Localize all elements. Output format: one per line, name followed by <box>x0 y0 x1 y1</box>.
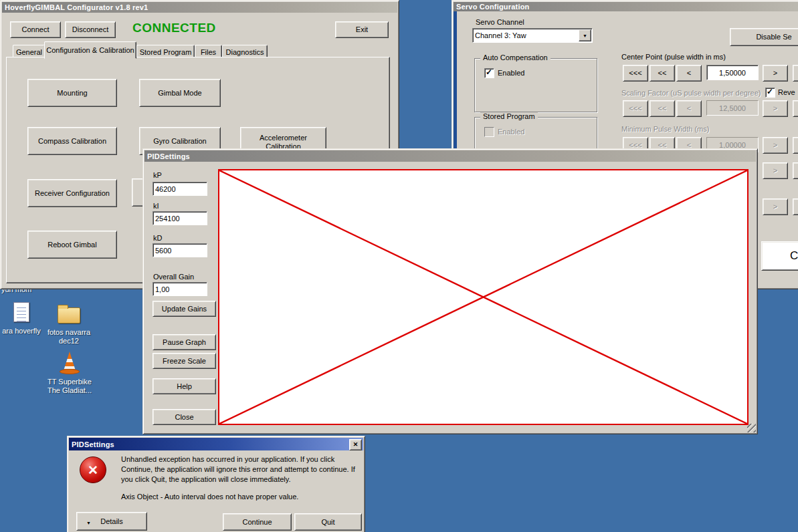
update-gains-button[interactable]: Update Gains <box>153 301 216 317</box>
stored-program-enabled-checkbox <box>484 127 494 137</box>
min-pulse-inc2-button-partial <box>793 137 798 154</box>
min-pulse-inc1-button: > <box>763 137 788 154</box>
tab-configuration-calibration[interactable]: Configuration & Calibration <box>44 41 136 59</box>
servo-channel-value: Channel 3: Yaw <box>475 31 526 39</box>
error-detail: Axis Object - Auto interval does not hav… <box>121 493 363 501</box>
vlc-cone-icon <box>60 352 80 374</box>
exit-button[interactable]: Exit <box>335 21 389 38</box>
error-icon <box>80 456 106 483</box>
overall-gain-input[interactable] <box>153 282 207 296</box>
reboot-gimbal-button[interactable]: Reboot Gimbal <box>27 231 117 259</box>
servo-channel-select[interactable]: Channel 3: Yaw <box>472 28 593 43</box>
error-message: Unhandled exception has occurred in your… <box>121 454 363 485</box>
desktop: { "colors": {"desktop":"#3E6FA6","status… <box>0 0 798 532</box>
freeze-scale-button[interactable]: Freeze Scale <box>153 353 216 369</box>
scaling-factor-dec3-button: <<< <box>623 100 648 117</box>
center-point-dec2-button[interactable]: << <box>650 65 675 82</box>
desktop-icon-label: fotos navarra dec12 <box>43 328 95 346</box>
scaling-factor-inc2-button-partial <box>793 100 798 117</box>
receiver-configuration-button[interactable]: Receiver Configuration <box>27 179 117 207</box>
center-point-dec1-button[interactable]: < <box>676 65 702 82</box>
auto-compensation-enabled-label: Enabled <box>498 69 524 77</box>
kd-input[interactable] <box>153 243 207 257</box>
close-icon[interactable] <box>349 439 362 450</box>
scaling-factor-inc1-button: > <box>763 100 788 117</box>
min-pulse-width-label: Minimum Pulse Width (ms) <box>621 125 709 133</box>
gimbal-mode-button[interactable]: Gimbal Mode <box>139 79 221 107</box>
folder-icon <box>58 307 80 323</box>
scaling-factor-label: Scaling Factor (uS pulse width per degre… <box>621 89 761 97</box>
overall-gain-label: Overall Gain <box>153 273 194 281</box>
main-window-title: HoverflyGIMBAL Configurator v1.8 rev1 <box>5 3 148 11</box>
max-pulse-inc2-button-partial <box>793 162 798 179</box>
resize-grip[interactable] <box>747 424 756 432</box>
ki-input[interactable] <box>153 211 207 225</box>
desktop-icon-label: TT Superbike The Gladiat... <box>43 378 96 395</box>
chevron-down-icon[interactable] <box>579 29 591 41</box>
scaling-factor-dec1-button: < <box>676 100 702 117</box>
extra-row-inc1-button: > <box>763 198 788 215</box>
auto-compensation-group-label: Auto Compensation <box>480 53 551 61</box>
center-point-label: Center Point (pulse width in ms) <box>621 53 726 61</box>
error-dialog: PIDSettings Unhandled exception has occu… <box>67 436 365 532</box>
center-point-input[interactable] <box>706 65 759 80</box>
auto-compensation-enabled-checkbox[interactable] <box>484 68 494 78</box>
kp-label: kP <box>153 171 162 179</box>
details-button-label: Details <box>100 517 123 526</box>
desktop-icon-folder[interactable]: fotos navarra dec12 <box>43 306 95 346</box>
max-pulse-inc1-button: > <box>763 162 788 179</box>
stored-program-enabled-label: Enabled <box>498 128 524 136</box>
pid-window-titlebar[interactable]: PIDSettings <box>144 150 756 162</box>
disconnect-button[interactable]: Disconnect <box>65 21 116 38</box>
stored-program-group-label: Stored Program <box>480 112 538 120</box>
pause-graph-button[interactable]: Pause Graph <box>153 334 216 350</box>
center-point-inc2-button-partial[interactable] <box>793 65 798 82</box>
reverse-checkbox[interactable] <box>765 88 775 98</box>
servo-channel-label: Servo Channel <box>476 18 524 26</box>
servo-window-titlebar[interactable]: Servo Configuration <box>454 2 798 11</box>
extra-row-inc2-button-partial <box>793 198 798 215</box>
kp-input[interactable] <box>153 182 207 196</box>
desktop-icon-text-document[interactable]: ara hoverfly <box>0 302 43 336</box>
reverse-label: Reve <box>778 88 795 96</box>
main-window-titlebar[interactable]: HoverflyGIMBAL Configurator v1.8 rev1 <box>2 2 397 13</box>
disable-servo-button[interactable]: Disable Se <box>730 28 798 46</box>
pid-close-button[interactable]: Close <box>153 409 216 425</box>
details-button[interactable]: Details <box>76 512 147 531</box>
desktop-icon-vlc-cone[interactable]: TT Superbike The Gladiat... <box>43 352 96 395</box>
broken-image-x-icon <box>219 170 747 424</box>
continue-button[interactable]: Continue <box>223 513 292 531</box>
text-document-icon <box>13 302 29 322</box>
servo-close-button-partial[interactable]: Cl <box>761 241 798 271</box>
kd-label: kD <box>153 234 162 242</box>
pid-settings-window: PIDSettings kP kI kD Overall Gain Update… <box>142 148 758 434</box>
auto-compensation-group: Auto Compensation Enabled <box>474 58 597 112</box>
center-point-inc1-button[interactable]: > <box>763 65 788 82</box>
quit-button[interactable]: Quit <box>294 513 362 531</box>
connect-button[interactable]: Connect <box>10 21 61 38</box>
connection-status-text: CONNECTED <box>132 21 216 35</box>
chevron-down-icon <box>86 518 91 527</box>
help-button[interactable]: Help <box>153 378 216 394</box>
error-dialog-title: PIDSettings <box>72 440 114 448</box>
ki-label: kI <box>153 202 159 210</box>
center-point-dec3-button[interactable]: <<< <box>623 65 648 82</box>
compass-calibration-button[interactable]: Compass Calibration <box>27 127 117 155</box>
mounting-button[interactable]: Mounting <box>27 79 117 107</box>
pid-graph-broken-chart-placeholder <box>218 169 749 425</box>
error-dialog-titlebar[interactable]: PIDSettings <box>69 438 363 450</box>
desktop-icon-label: ara hoverfly <box>0 327 43 336</box>
servo-window-title: Servo Configuration <box>456 3 530 11</box>
pid-window-title: PIDSettings <box>147 152 190 160</box>
scaling-factor-input <box>706 100 759 116</box>
scaling-factor-dec2-button: << <box>650 100 675 117</box>
